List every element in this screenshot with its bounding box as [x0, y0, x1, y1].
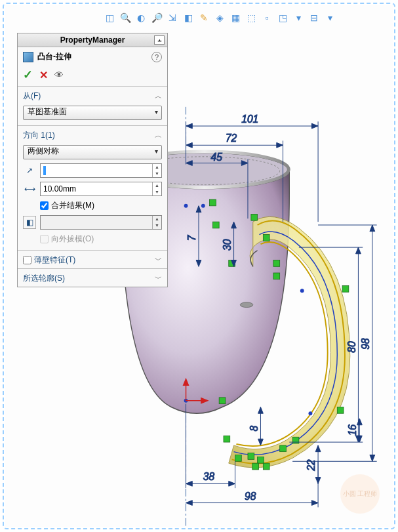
dim[interactable]: 16 — [348, 424, 359, 436]
tool-icon[interactable]: ▦ — [229, 12, 241, 24]
draft-outward-checkbox: 向外拔模(O) — [40, 234, 162, 245]
svg-point-23 — [184, 204, 188, 208]
dim[interactable]: 98 — [245, 491, 256, 502]
draft-angle-input: ▲▼ — [40, 215, 162, 230]
svg-rect-18 — [258, 457, 264, 463]
view-toolbar: ◫ 🔍 ◐ 🔎 ⇲ ◧ ✎ ◈ ▦ ⬚ ▫ ◳ ▾ ⊟ ▾ — [104, 12, 336, 24]
tool-icon[interactable]: ⇲ — [167, 12, 178, 24]
dim[interactable]: 45 — [211, 152, 223, 163]
cancel-button[interactable]: ✕ — [39, 69, 48, 81]
dim[interactable]: 101 — [241, 113, 258, 125]
chevron-up-icon: ︿ — [155, 91, 162, 101]
svg-rect-10 — [273, 273, 280, 279]
depth-selection-input[interactable]: ▲▼ — [40, 163, 162, 178]
section-contours-header[interactable]: 所选轮廓(S) ﹀ — [18, 269, 167, 287]
svg-rect-19 — [280, 445, 287, 452]
dim[interactable]: 8 — [249, 425, 260, 431]
svg-marker-74 — [229, 481, 235, 486]
dim[interactable]: 22 — [306, 459, 317, 472]
tool-icon[interactable]: ▾ — [292, 12, 304, 24]
svg-rect-20 — [292, 437, 299, 443]
tool-icon[interactable]: ▾ — [324, 12, 336, 24]
svg-rect-16 — [235, 455, 242, 462]
dim[interactable]: 98 — [360, 338, 371, 350]
svg-marker-35 — [186, 123, 193, 129]
svg-rect-17 — [248, 453, 254, 460]
svg-marker-62 — [357, 419, 362, 425]
panel-title: PropertyManager ⫠ — [18, 33, 167, 47]
tool-icon[interactable]: ◈ — [214, 12, 226, 24]
svg-rect-22 — [263, 463, 269, 470]
svg-point-26 — [300, 289, 304, 293]
dim[interactable]: 80 — [346, 341, 357, 353]
svg-rect-9 — [273, 260, 280, 267]
pin-icon[interactable]: ⫠ — [154, 35, 165, 45]
svg-marker-73 — [186, 481, 193, 486]
svg-marker-68 — [315, 445, 321, 452]
svg-marker-36 — [311, 123, 318, 129]
tool-icon[interactable]: ◳ — [277, 12, 289, 24]
svg-rect-13 — [337, 407, 344, 413]
svg-marker-78 — [311, 501, 318, 506]
tool-icon[interactable]: ⬚ — [245, 12, 257, 24]
tool-icon[interactable]: ✎ — [198, 12, 210, 24]
thin-feature-checkbox[interactable] — [23, 256, 31, 264]
svg-marker-65 — [258, 407, 264, 413]
section-dir1-header[interactable]: 方向 1(1) ︿ — [18, 126, 167, 144]
dim[interactable]: 7 — [186, 234, 197, 241]
svg-point-27 — [308, 411, 312, 415]
chevron-down-icon: ﹀ — [155, 255, 162, 265]
svg-rect-6 — [212, 222, 219, 228]
help-icon[interactable]: ? — [151, 52, 162, 62]
draft-icon[interactable]: ◧ — [23, 216, 36, 229]
section-thin-header[interactable]: 薄壁特征(T) ﹀ — [18, 251, 167, 268]
dim[interactable]: 72 — [226, 133, 237, 144]
feature-name: 凸台-拉伸 — [37, 51, 148, 62]
section-from-header[interactable]: 从(F) ︿ — [18, 87, 167, 104]
tool-icon[interactable]: ▫ — [261, 12, 273, 24]
svg-marker-55 — [370, 455, 375, 462]
ok-button[interactable]: ✓ — [23, 68, 33, 82]
tool-icon[interactable]: ◫ — [104, 12, 115, 24]
svg-rect-5 — [210, 199, 216, 206]
svg-rect-12 — [342, 286, 349, 293]
from-combo[interactable]: 草图基准面 — [23, 106, 162, 120]
svg-marker-77 — [186, 501, 193, 506]
svg-marker-59 — [356, 247, 361, 254]
chevron-down-icon: ﹀ — [155, 274, 162, 283]
dim[interactable]: 38 — [203, 471, 215, 482]
svg-marker-39 — [186, 142, 193, 148]
property-manager-panel: PropertyManager ⫠ 凸台-拉伸 ? ✓ ✕ 👁 从(F) ︿ 草… — [17, 33, 168, 287]
feature-icon — [23, 52, 33, 62]
viewport[interactable]: ◫ 🔍 ◐ 🔎 ⇲ ◧ ✎ ◈ ▦ ⬚ ▫ ◳ ▾ ⊟ ▾ — [5, 5, 393, 527]
svg-marker-66 — [258, 439, 264, 445]
svg-point-24 — [201, 204, 205, 208]
svg-rect-8 — [263, 235, 269, 241]
tool-icon[interactable]: ◐ — [135, 12, 147, 24]
distance-input[interactable]: 10.00mm▲▼ — [40, 182, 162, 196]
dim[interactable]: 30 — [222, 239, 233, 251]
svg-rect-7 — [251, 214, 258, 220]
preview-icon[interactable]: 👁 — [54, 70, 64, 80]
tool-icon[interactable]: 🔍 — [119, 12, 131, 24]
tool-icon[interactable]: ⊟ — [308, 12, 320, 24]
tool-icon[interactable]: ◧ — [182, 12, 194, 24]
merge-checkbox[interactable]: 合并结果(M) — [40, 200, 162, 211]
end-condition-combo[interactable]: 两侧对称 — [23, 145, 162, 159]
tool-icon[interactable]: 🔎 — [151, 12, 163, 24]
svg-rect-21 — [252, 463, 259, 470]
svg-rect-14 — [219, 398, 226, 404]
svg-point-4 — [240, 302, 252, 308]
svg-rect-15 — [224, 436, 230, 442]
distance-icon: ⟷ — [23, 182, 36, 195]
reverse-direction-icon[interactable]: ↗ — [23, 164, 36, 177]
svg-marker-40 — [277, 142, 283, 148]
chevron-up-icon: ︿ — [155, 131, 162, 140]
svg-marker-54 — [370, 225, 375, 232]
